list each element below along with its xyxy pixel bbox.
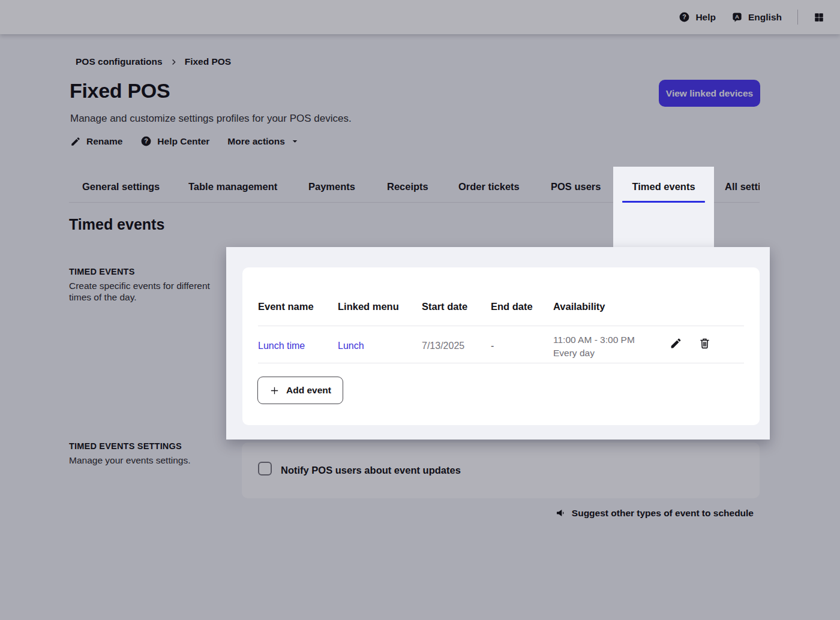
active-tab-underline — [622, 201, 705, 203]
add-event-label: Add event — [286, 385, 331, 396]
column-header-availability: Availability — [553, 301, 605, 312]
delete-event-button[interactable] — [697, 336, 712, 350]
plus-icon — [269, 386, 280, 396]
column-header-event-name: Event name — [258, 301, 314, 312]
column-header-start-date: Start date — [422, 301, 467, 312]
events-table-card: Event name Linked menu Start date End da… — [242, 267, 760, 425]
end-date-value: - — [491, 341, 494, 351]
availability-time: 11:00 AM - 3:00 PM — [553, 333, 635, 347]
column-header-end-date: End date — [491, 301, 533, 312]
linked-menu-link[interactable]: Lunch — [338, 341, 364, 351]
start-date-value: 7/13/2025 — [422, 341, 464, 351]
tab-timed-events-label: Timed events — [613, 181, 714, 192]
table-divider — [258, 326, 744, 326]
table-divider — [258, 363, 744, 363]
pos-configuration-page: ? Help A English POS configurations Fixe… — [0, 0, 840, 620]
add-event-button[interactable]: Add event — [257, 377, 343, 404]
tab-timed-events[interactable]: Timed events — [613, 167, 714, 248]
timed-events-spotlight-panel: Event name Linked menu Start date End da… — [226, 247, 770, 440]
availability-value: 11:00 AM - 3:00 PM Every day — [553, 333, 635, 360]
column-header-linked-menu: Linked menu — [338, 301, 399, 312]
event-name-link[interactable]: Lunch time — [258, 341, 305, 351]
trash-icon — [698, 337, 711, 350]
availability-recurrence: Every day — [553, 347, 635, 360]
pencil-icon — [670, 337, 682, 350]
edit-event-button[interactable] — [668, 336, 683, 350]
